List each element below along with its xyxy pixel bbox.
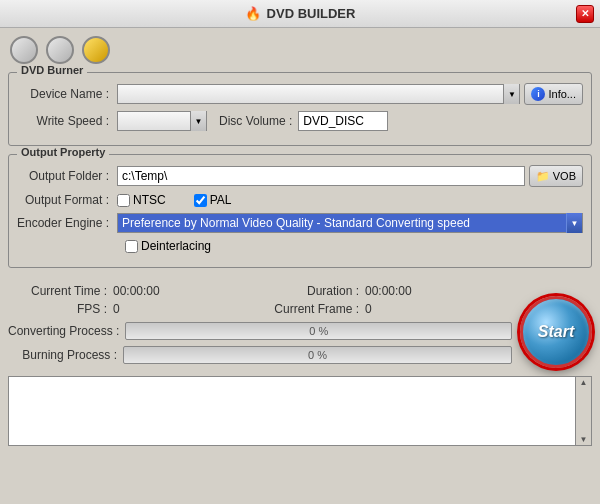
current-frame-label: Current Frame :	[260, 302, 365, 316]
device-name-row: Device Name : ▼ i Info...	[17, 83, 583, 105]
ntsc-checkbox[interactable]	[117, 194, 130, 207]
output-property-group: Output Property Output Folder : 📁 VOB Ou…	[8, 154, 592, 268]
scroll-down-icon[interactable]: ▼	[580, 435, 588, 444]
app-title: DVD BUILDER	[267, 6, 356, 21]
title-bar: 🔥 DVD BUILDER ✕	[0, 0, 600, 28]
encoder-engine-arrow-icon: ▼	[566, 213, 582, 233]
info-icon: i	[531, 87, 545, 101]
window-controls	[0, 28, 600, 72]
fps-row: FPS : 0	[8, 302, 260, 316]
output-format-label: Output Format :	[17, 193, 117, 207]
deinterlacing-row: Deinterlacing	[17, 239, 583, 253]
main-content: DVD Burner Device Name : ▼ i Info... Wri…	[0, 72, 600, 284]
device-name-label: Device Name :	[17, 87, 117, 101]
encoder-engine-label: Encoder Engine :	[17, 216, 117, 230]
start-button-label: Start	[538, 323, 574, 341]
maximize-button[interactable]	[46, 36, 74, 64]
write-speed-row: Write Speed : ▼ Disc Volume :	[17, 111, 583, 131]
burning-process-value: 0 %	[308, 349, 327, 361]
encoder-engine-value: Preference by Normal Video Quality - Sta…	[118, 216, 566, 230]
vob-btn-label: VOB	[553, 170, 576, 182]
ntsc-checkbox-label[interactable]: NTSC	[117, 193, 166, 207]
output-folder-label: Output Folder :	[17, 169, 117, 183]
status-start-section: Current Time : 00:00:00 Duration : 00:00…	[0, 284, 600, 370]
encoder-engine-dropdown[interactable]: Preference by Normal Video Quality - Sta…	[117, 213, 583, 233]
device-name-dropdown[interactable]: ▼	[117, 84, 520, 104]
duration-row: Duration : 00:00:00	[260, 284, 512, 298]
flame-icon: 🔥	[245, 6, 261, 21]
status-grid: Current Time : 00:00:00 Duration : 00:00…	[8, 284, 512, 370]
title-bar-title: 🔥 DVD BUILDER	[245, 6, 356, 21]
converting-process-label: Converting Process :	[8, 324, 125, 338]
current-frame-row: Current Frame : 0	[260, 302, 512, 316]
vob-button[interactable]: 📁 VOB	[529, 165, 583, 187]
converting-process-value: 0 %	[309, 325, 328, 337]
dvd-burner-group: DVD Burner Device Name : ▼ i Info... Wri…	[8, 72, 592, 146]
current-time-row: Current Time : 00:00:00	[8, 284, 260, 298]
close-button[interactable]: ✕	[576, 5, 594, 23]
pal-label: PAL	[210, 193, 232, 207]
output-property-title: Output Property	[17, 146, 109, 158]
deinterlacing-checkbox-label[interactable]: Deinterlacing	[125, 239, 211, 253]
dvd-burner-title: DVD Burner	[17, 64, 87, 76]
burning-process-label: Burning Process :	[8, 348, 123, 362]
write-speed-label: Write Speed :	[17, 114, 117, 128]
status-rows: Current Time : 00:00:00 Duration : 00:00…	[8, 284, 512, 316]
write-speed-arrow-icon: ▼	[190, 111, 206, 131]
format-checkboxes: NTSC PAL	[117, 193, 231, 207]
scroll-up-icon[interactable]: ▲	[580, 378, 588, 387]
pal-checkbox[interactable]	[194, 194, 207, 207]
fps-value: 0	[113, 302, 120, 316]
converting-process-bar: 0 %	[125, 322, 512, 340]
duration-value: 00:00:00	[365, 284, 412, 298]
output-format-row: Output Format : NTSC PAL	[17, 193, 583, 207]
disc-volume-input[interactable]	[298, 111, 388, 131]
minimize-button[interactable]	[10, 36, 38, 64]
deinterlacing-label: Deinterlacing	[141, 239, 211, 253]
burning-process-row: Burning Process : 0 %	[8, 346, 512, 364]
fps-label: FPS :	[8, 302, 113, 316]
log-content	[8, 376, 576, 446]
deinterlacing-checkbox[interactable]	[125, 240, 138, 253]
output-folder-input[interactable]	[117, 166, 525, 186]
write-speed-dropdown[interactable]: ▼	[117, 111, 207, 131]
restore-button[interactable]	[82, 36, 110, 64]
pal-checkbox-label[interactable]: PAL	[194, 193, 232, 207]
info-button[interactable]: i Info...	[524, 83, 583, 105]
current-time-label: Current Time :	[8, 284, 113, 298]
device-name-arrow-icon: ▼	[503, 84, 519, 104]
folder-icon: 📁	[536, 170, 550, 183]
info-btn-label: Info...	[548, 88, 576, 100]
current-frame-value: 0	[365, 302, 372, 316]
start-button-wrapper: Start	[512, 284, 592, 370]
log-area: ▲ ▼	[8, 376, 592, 446]
duration-label: Duration :	[260, 284, 365, 298]
log-scrollbar[interactable]: ▲ ▼	[576, 376, 592, 446]
converting-process-row: Converting Process : 0 %	[8, 322, 512, 340]
current-time-value: 00:00:00	[113, 284, 160, 298]
burning-process-bar: 0 %	[123, 346, 512, 364]
ntsc-label: NTSC	[133, 193, 166, 207]
start-button[interactable]: Start	[520, 296, 592, 368]
encoder-engine-row: Encoder Engine : Preference by Normal Vi…	[17, 213, 583, 233]
output-folder-row: Output Folder : 📁 VOB	[17, 165, 583, 187]
disc-volume-label: Disc Volume :	[219, 114, 292, 128]
